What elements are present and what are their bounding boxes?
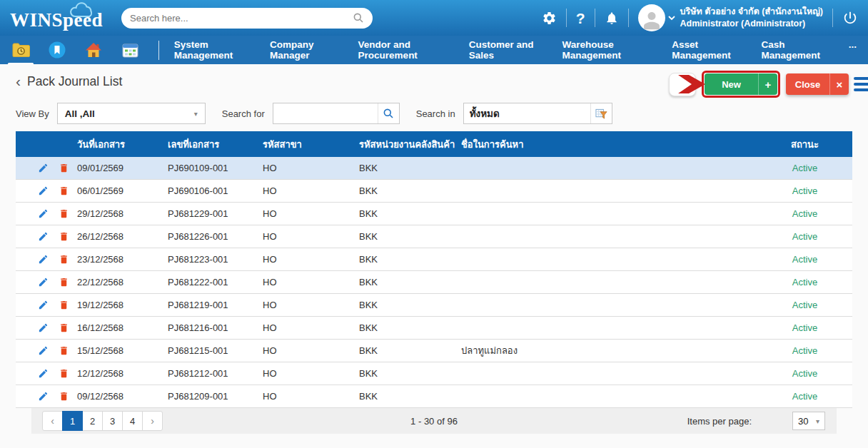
table-row[interactable]: 16/12/2568 PJ681216-001 HO BKK Active: [16, 317, 852, 340]
table-row[interactable]: 06/01/2569 PJ690106-001 HO BKK Active: [16, 180, 852, 203]
nav-item-company-manager[interactable]: Company Manager: [270, 31, 338, 69]
nav-item-cash-management[interactable]: Cash Management: [761, 31, 829, 69]
table-row[interactable]: 29/12/2568 PJ681229-001 HO BKK Active: [16, 203, 852, 225]
delete-trash-icon[interactable]: [59, 300, 69, 310]
row-actions: [16, 163, 77, 173]
table-row[interactable]: 23/12/2568 PJ681223-001 HO BKK Active: [16, 248, 852, 271]
global-search-input[interactable]: [130, 13, 353, 24]
close-button[interactable]: Close ×: [786, 73, 849, 95]
delete-trash-icon[interactable]: [59, 254, 69, 265]
cell-warehouse: BKK: [359, 300, 461, 310]
page-button-4[interactable]: 4: [122, 411, 143, 431]
cell-status: Active: [757, 322, 852, 333]
cell-doc-no: PJ681216-001: [168, 322, 263, 333]
new-button-label: New: [705, 79, 758, 90]
delete-trash-icon[interactable]: [59, 391, 69, 402]
recent-folder-icon[interactable]: [11, 41, 30, 58]
nav-item-more[interactable]: ...: [849, 31, 857, 69]
nav-item-system-management[interactable]: System Management: [174, 31, 251, 69]
table-row[interactable]: 09/12/2568 PJ681209-001 HO BKK Active: [16, 385, 852, 408]
search-in-input[interactable]: [464, 103, 590, 123]
table-row[interactable]: 26/12/2568 PJ681226-001 HO BKK Active: [16, 225, 852, 248]
search-for-input[interactable]: [273, 103, 378, 123]
bookmark-icon[interactable]: [48, 41, 66, 58]
table-footer: ‹ 1 2 3 4 › 1 - 30 of 96 Items per page:…: [31, 408, 837, 434]
cell-doc-no: PJ681215-001: [168, 345, 263, 356]
table-row[interactable]: 22/12/2568 PJ681222-001 HO BKK Active: [16, 271, 852, 294]
col-branch: รหัสสาขา: [263, 137, 359, 152]
edit-pencil-icon[interactable]: [38, 391, 49, 402]
delete-trash-icon[interactable]: [59, 208, 69, 219]
delete-trash-icon[interactable]: [59, 277, 69, 287]
row-actions: [16, 391, 77, 402]
row-actions: [16, 208, 77, 219]
edit-pencil-icon[interactable]: [38, 300, 49, 310]
help-icon[interactable]: ?: [576, 11, 585, 26]
edit-pencil-icon[interactable]: [38, 368, 49, 379]
view-by-select[interactable]: All ,All ▾: [57, 103, 206, 124]
main-nav: System Management Company Manager Vendor…: [0, 36, 868, 64]
search-for-group: [273, 103, 400, 124]
nav-item-asset-management[interactable]: Asset Management: [672, 31, 742, 69]
edit-pencil-icon[interactable]: [38, 163, 49, 173]
avatar[interactable]: [638, 4, 665, 31]
nav-item-customer-sales[interactable]: Customer and Sales: [469, 31, 543, 69]
settings-gear-icon[interactable]: [542, 11, 557, 26]
nav-quick-icons: [11, 41, 139, 58]
new-button[interactable]: New +: [705, 73, 777, 95]
row-actions: [16, 300, 77, 310]
delete-trash-icon[interactable]: [59, 231, 69, 242]
home-icon[interactable]: [84, 41, 103, 58]
pack-journal-table: วันที่เอกสาร เลขที่เอกสาร รหัสสาขา รหัสห…: [16, 131, 852, 434]
cell-date: 12/12/2568: [77, 368, 168, 379]
cell-branch: HO: [263, 345, 359, 356]
page-button-2[interactable]: 2: [82, 411, 103, 431]
items-per-page-label: Items per page:: [687, 416, 752, 427]
notifications-bell-icon[interactable]: [605, 11, 619, 26]
cell-warehouse: BKK: [359, 254, 461, 265]
menu-lines-icon[interactable]: [854, 77, 868, 91]
search-in-filter-button[interactable]: [590, 103, 612, 123]
back-chevron-icon[interactable]: ‹: [16, 73, 21, 90]
logout-power-icon[interactable]: [842, 10, 858, 26]
delete-trash-icon[interactable]: [59, 368, 69, 379]
cell-date: 23/12/2568: [77, 254, 168, 265]
page-button-1[interactable]: 1: [62, 411, 83, 431]
table-row[interactable]: 12/12/2568 PJ681212-001 HO BKK Active: [16, 362, 852, 385]
delete-trash-icon[interactable]: [59, 345, 69, 356]
prev-page-button[interactable]: ‹: [42, 411, 63, 431]
delete-trash-icon[interactable]: [59, 322, 69, 333]
nav-item-vendor-procurement[interactable]: Vendor and Procurement: [358, 31, 450, 69]
delete-trash-icon[interactable]: [59, 163, 69, 173]
table-row[interactable]: 19/12/2568 PJ681219-001 HO BKK Active: [16, 294, 852, 317]
edit-pencil-icon[interactable]: [38, 345, 49, 356]
nav-menu: System Management Company Manager Vendor…: [174, 31, 857, 69]
edit-pencil-icon[interactable]: [38, 208, 49, 219]
table-row[interactable]: 15/12/2568 PJ681215-001 HO BKK ปลาทูแม่ก…: [16, 340, 852, 362]
cell-branch: HO: [263, 277, 359, 287]
winspeed-logo[interactable]: WINSpeed: [10, 0, 107, 36]
edit-pencil-icon[interactable]: [38, 322, 49, 333]
table-row[interactable]: 09/01/2569 PJ690109-001 HO BKK Active: [16, 157, 852, 180]
edit-pencil-icon[interactable]: [38, 185, 49, 196]
user-menu[interactable]: บริษัท ตัวอย่าง จำกัด (สำนักงานใหญ่) Adm…: [638, 4, 823, 31]
cell-status: Active: [757, 368, 852, 379]
edit-pencil-icon[interactable]: [38, 254, 49, 265]
global-search[interactable]: [121, 8, 373, 29]
next-page-button[interactable]: ›: [142, 411, 163, 431]
search-for-button[interactable]: [378, 103, 399, 123]
table-body: 09/01/2569 PJ690109-001 HO BKK Active 06…: [16, 157, 852, 408]
header-divider: [832, 9, 833, 27]
delete-trash-icon[interactable]: [59, 185, 69, 196]
cell-warehouse: BKK: [359, 322, 461, 333]
cell-name: ปลาทูแม่กลอง: [461, 343, 757, 358]
edit-pencil-icon[interactable]: [38, 231, 49, 242]
edit-pencil-icon[interactable]: [38, 277, 49, 287]
calendar-icon[interactable]: [121, 41, 139, 58]
nav-item-warehouse-management[interactable]: Warehouse Management: [562, 31, 653, 69]
items-per-page-select[interactable]: 30 ▾: [792, 412, 825, 430]
page-button-3[interactable]: 3: [102, 411, 123, 431]
search-in-label: Search in: [416, 108, 455, 119]
row-actions: [16, 277, 77, 287]
search-icon[interactable]: [353, 12, 364, 24]
